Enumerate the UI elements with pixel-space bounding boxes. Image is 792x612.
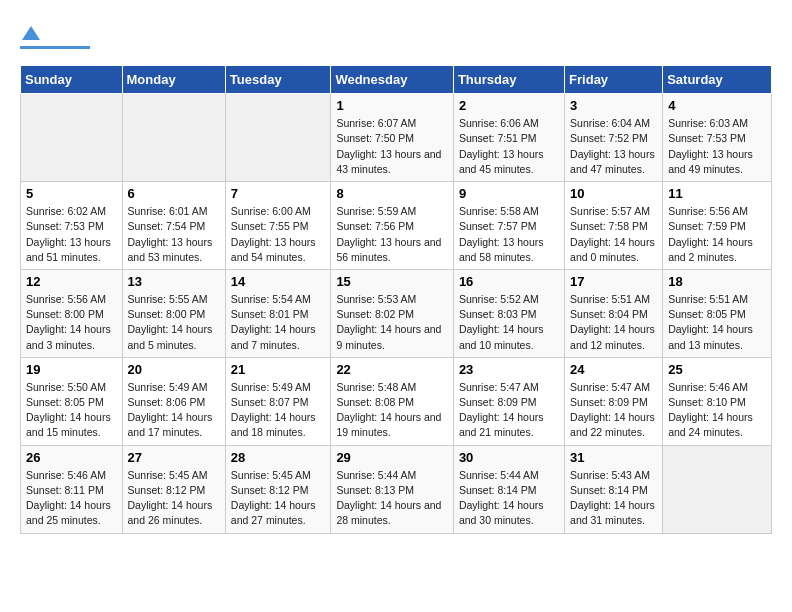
day-number: 28 bbox=[231, 450, 326, 465]
page-header bbox=[20, 20, 772, 49]
day-info: Sunrise: 5:49 AM Sunset: 8:07 PM Dayligh… bbox=[231, 380, 326, 441]
calendar-cell: 20Sunrise: 5:49 AM Sunset: 8:06 PM Dayli… bbox=[122, 357, 225, 445]
day-number: 20 bbox=[128, 362, 220, 377]
day-info: Sunrise: 5:45 AM Sunset: 8:12 PM Dayligh… bbox=[231, 468, 326, 529]
day-info: Sunrise: 6:06 AM Sunset: 7:51 PM Dayligh… bbox=[459, 116, 559, 177]
day-info: Sunrise: 5:50 AM Sunset: 8:05 PM Dayligh… bbox=[26, 380, 117, 441]
day-number: 3 bbox=[570, 98, 657, 113]
day-info: Sunrise: 5:45 AM Sunset: 8:12 PM Dayligh… bbox=[128, 468, 220, 529]
day-info: Sunrise: 5:46 AM Sunset: 8:11 PM Dayligh… bbox=[26, 468, 117, 529]
day-number: 8 bbox=[336, 186, 448, 201]
day-number: 31 bbox=[570, 450, 657, 465]
day-number: 29 bbox=[336, 450, 448, 465]
calendar-cell: 7Sunrise: 6:00 AM Sunset: 7:55 PM Daylig… bbox=[225, 182, 331, 270]
day-of-week-header: Sunday bbox=[21, 66, 123, 94]
day-of-week-header: Thursday bbox=[453, 66, 564, 94]
day-info: Sunrise: 6:04 AM Sunset: 7:52 PM Dayligh… bbox=[570, 116, 657, 177]
day-info: Sunrise: 5:48 AM Sunset: 8:08 PM Dayligh… bbox=[336, 380, 448, 441]
day-number: 23 bbox=[459, 362, 559, 377]
day-number: 30 bbox=[459, 450, 559, 465]
day-number: 9 bbox=[459, 186, 559, 201]
calendar-cell: 11Sunrise: 5:56 AM Sunset: 7:59 PM Dayli… bbox=[663, 182, 772, 270]
calendar-cell: 21Sunrise: 5:49 AM Sunset: 8:07 PM Dayli… bbox=[225, 357, 331, 445]
day-number: 1 bbox=[336, 98, 448, 113]
day-info: Sunrise: 5:44 AM Sunset: 8:13 PM Dayligh… bbox=[336, 468, 448, 529]
day-info: Sunrise: 6:01 AM Sunset: 7:54 PM Dayligh… bbox=[128, 204, 220, 265]
day-info: Sunrise: 5:54 AM Sunset: 8:01 PM Dayligh… bbox=[231, 292, 326, 353]
day-info: Sunrise: 5:53 AM Sunset: 8:02 PM Dayligh… bbox=[336, 292, 448, 353]
day-info: Sunrise: 6:07 AM Sunset: 7:50 PM Dayligh… bbox=[336, 116, 448, 177]
calendar-cell: 22Sunrise: 5:48 AM Sunset: 8:08 PM Dayli… bbox=[331, 357, 454, 445]
day-number: 21 bbox=[231, 362, 326, 377]
calendar-cell: 29Sunrise: 5:44 AM Sunset: 8:13 PM Dayli… bbox=[331, 445, 454, 533]
day-of-week-header: Tuesday bbox=[225, 66, 331, 94]
day-info: Sunrise: 5:47 AM Sunset: 8:09 PM Dayligh… bbox=[459, 380, 559, 441]
day-number: 12 bbox=[26, 274, 117, 289]
day-info: Sunrise: 5:56 AM Sunset: 8:00 PM Dayligh… bbox=[26, 292, 117, 353]
calendar-cell: 17Sunrise: 5:51 AM Sunset: 8:04 PM Dayli… bbox=[565, 269, 663, 357]
calendar-cell: 4Sunrise: 6:03 AM Sunset: 7:53 PM Daylig… bbox=[663, 94, 772, 182]
day-info: Sunrise: 5:52 AM Sunset: 8:03 PM Dayligh… bbox=[459, 292, 559, 353]
calendar-cell: 19Sunrise: 5:50 AM Sunset: 8:05 PM Dayli… bbox=[21, 357, 123, 445]
day-info: Sunrise: 6:02 AM Sunset: 7:53 PM Dayligh… bbox=[26, 204, 117, 265]
calendar-cell: 12Sunrise: 5:56 AM Sunset: 8:00 PM Dayli… bbox=[21, 269, 123, 357]
day-of-week-header: Monday bbox=[122, 66, 225, 94]
day-info: Sunrise: 5:46 AM Sunset: 8:10 PM Dayligh… bbox=[668, 380, 766, 441]
logo-underline bbox=[20, 46, 90, 49]
day-info: Sunrise: 5:55 AM Sunset: 8:00 PM Dayligh… bbox=[128, 292, 220, 353]
calendar-week-row: 12Sunrise: 5:56 AM Sunset: 8:00 PM Dayli… bbox=[21, 269, 772, 357]
day-info: Sunrise: 5:47 AM Sunset: 8:09 PM Dayligh… bbox=[570, 380, 657, 441]
logo-icon bbox=[22, 26, 40, 40]
day-info: Sunrise: 5:59 AM Sunset: 7:56 PM Dayligh… bbox=[336, 204, 448, 265]
day-number: 22 bbox=[336, 362, 448, 377]
day-number: 7 bbox=[231, 186, 326, 201]
day-number: 2 bbox=[459, 98, 559, 113]
calendar-cell: 5Sunrise: 6:02 AM Sunset: 7:53 PM Daylig… bbox=[21, 182, 123, 270]
calendar-cell bbox=[225, 94, 331, 182]
calendar-cell bbox=[663, 445, 772, 533]
day-number: 15 bbox=[336, 274, 448, 289]
calendar-cell: 26Sunrise: 5:46 AM Sunset: 8:11 PM Dayli… bbox=[21, 445, 123, 533]
calendar-header-row: SundayMondayTuesdayWednesdayThursdayFrid… bbox=[21, 66, 772, 94]
day-info: Sunrise: 6:03 AM Sunset: 7:53 PM Dayligh… bbox=[668, 116, 766, 177]
calendar-cell: 18Sunrise: 5:51 AM Sunset: 8:05 PM Dayli… bbox=[663, 269, 772, 357]
calendar-cell bbox=[21, 94, 123, 182]
calendar-week-row: 26Sunrise: 5:46 AM Sunset: 8:11 PM Dayli… bbox=[21, 445, 772, 533]
day-number: 18 bbox=[668, 274, 766, 289]
day-of-week-header: Wednesday bbox=[331, 66, 454, 94]
day-info: Sunrise: 6:00 AM Sunset: 7:55 PM Dayligh… bbox=[231, 204, 326, 265]
day-of-week-header: Saturday bbox=[663, 66, 772, 94]
calendar-cell: 3Sunrise: 6:04 AM Sunset: 7:52 PM Daylig… bbox=[565, 94, 663, 182]
day-info: Sunrise: 5:58 AM Sunset: 7:57 PM Dayligh… bbox=[459, 204, 559, 265]
calendar-cell: 23Sunrise: 5:47 AM Sunset: 8:09 PM Dayli… bbox=[453, 357, 564, 445]
day-number: 6 bbox=[128, 186, 220, 201]
calendar-cell: 31Sunrise: 5:43 AM Sunset: 8:14 PM Dayli… bbox=[565, 445, 663, 533]
calendar-cell: 10Sunrise: 5:57 AM Sunset: 7:58 PM Dayli… bbox=[565, 182, 663, 270]
day-number: 24 bbox=[570, 362, 657, 377]
day-number: 16 bbox=[459, 274, 559, 289]
day-number: 11 bbox=[668, 186, 766, 201]
calendar-week-row: 19Sunrise: 5:50 AM Sunset: 8:05 PM Dayli… bbox=[21, 357, 772, 445]
calendar-cell: 25Sunrise: 5:46 AM Sunset: 8:10 PM Dayli… bbox=[663, 357, 772, 445]
day-info: Sunrise: 5:56 AM Sunset: 7:59 PM Dayligh… bbox=[668, 204, 766, 265]
day-number: 14 bbox=[231, 274, 326, 289]
day-number: 4 bbox=[668, 98, 766, 113]
day-info: Sunrise: 5:51 AM Sunset: 8:05 PM Dayligh… bbox=[668, 292, 766, 353]
day-info: Sunrise: 5:51 AM Sunset: 8:04 PM Dayligh… bbox=[570, 292, 657, 353]
calendar-cell: 9Sunrise: 5:58 AM Sunset: 7:57 PM Daylig… bbox=[453, 182, 564, 270]
calendar-week-row: 1Sunrise: 6:07 AM Sunset: 7:50 PM Daylig… bbox=[21, 94, 772, 182]
calendar-cell bbox=[122, 94, 225, 182]
calendar-cell: 2Sunrise: 6:06 AM Sunset: 7:51 PM Daylig… bbox=[453, 94, 564, 182]
calendar-cell: 1Sunrise: 6:07 AM Sunset: 7:50 PM Daylig… bbox=[331, 94, 454, 182]
calendar-cell: 28Sunrise: 5:45 AM Sunset: 8:12 PM Dayli… bbox=[225, 445, 331, 533]
calendar-cell: 8Sunrise: 5:59 AM Sunset: 7:56 PM Daylig… bbox=[331, 182, 454, 270]
calendar-cell: 16Sunrise: 5:52 AM Sunset: 8:03 PM Dayli… bbox=[453, 269, 564, 357]
day-of-week-header: Friday bbox=[565, 66, 663, 94]
day-number: 19 bbox=[26, 362, 117, 377]
logo bbox=[20, 20, 90, 49]
day-number: 10 bbox=[570, 186, 657, 201]
day-info: Sunrise: 5:43 AM Sunset: 8:14 PM Dayligh… bbox=[570, 468, 657, 529]
day-number: 17 bbox=[570, 274, 657, 289]
day-number: 26 bbox=[26, 450, 117, 465]
svg-marker-0 bbox=[22, 26, 40, 40]
